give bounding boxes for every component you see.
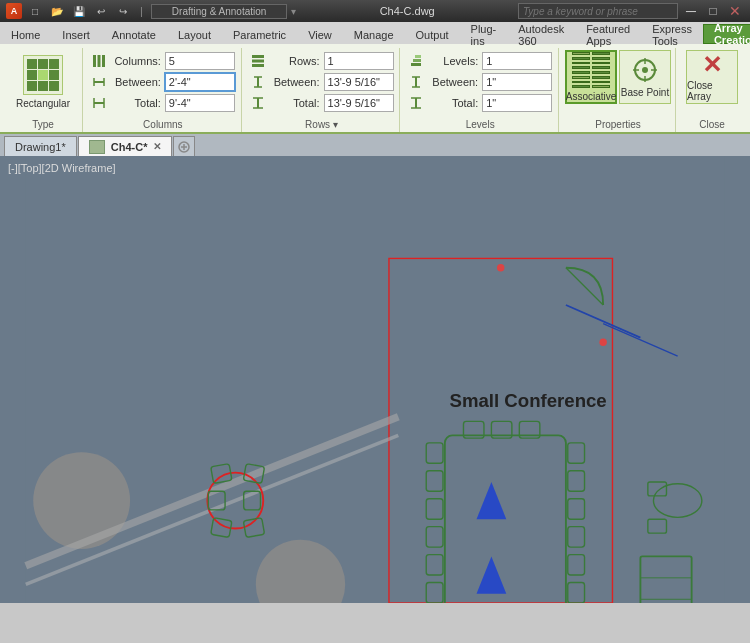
title-bar-title: Ch4-C.dwg <box>380 5 435 17</box>
tab-annotate[interactable]: Annotate <box>101 24 167 44</box>
levels-between-input[interactable] <box>482 73 552 91</box>
tab-output[interactable]: Output <box>405 24 460 44</box>
canvas-area: [-][Top][2D Wireframe] Small Conference <box>0 156 750 603</box>
rows-between-input[interactable] <box>324 73 394 91</box>
svg-rect-19 <box>413 59 421 62</box>
associative-button[interactable]: Associative <box>565 50 617 104</box>
tab-layout[interactable]: Layout <box>167 24 222 44</box>
svg-rect-11 <box>252 64 264 67</box>
title-bar: A □ 📂 💾 ↩ ↪ | Drafting & Annotation ▾ Ch… <box>0 0 750 22</box>
rows-total-row: Total: <box>250 94 394 112</box>
tab-ch4c-icon <box>89 140 105 154</box>
redo-button[interactable]: ↪ <box>114 3 132 19</box>
tab-parametric[interactable]: Parametric <box>222 24 297 44</box>
associative-icon <box>572 52 610 88</box>
levels-between-icon <box>408 74 424 90</box>
levels-icon <box>408 53 424 69</box>
rows-inputs: Rows: Between: <box>250 50 394 114</box>
close-group-label: Close <box>699 119 725 132</box>
search-input[interactable] <box>518 3 678 19</box>
open-button[interactable]: 📂 <box>48 3 66 19</box>
minimize-button[interactable]: ─ <box>682 3 700 19</box>
basepoint-column: Base Point <box>619 50 671 104</box>
canvas-view-label: [-][Top][2D Wireframe] <box>8 162 116 174</box>
tab-plugins[interactable]: Plug-ins <box>460 24 508 44</box>
tab-featuredapps[interactable]: Featured Apps <box>575 24 641 44</box>
close-array-label: Close Array <box>687 80 737 102</box>
levels-between-label: Between: <box>428 76 478 88</box>
columns-total-row: Total: <box>91 94 235 112</box>
tab-home[interactable]: Home <box>0 24 51 44</box>
close-array-button[interactable]: ✕ Close Array <box>686 50 738 104</box>
properties-group-label: Properties <box>595 119 641 132</box>
columns-group: Columns: Between: <box>85 48 242 132</box>
close-window-button[interactable]: ✕ <box>726 3 744 19</box>
levels-between-row: Between: <box>408 73 552 91</box>
ribbon-panel: Rectangular Type Columns: <box>0 44 750 134</box>
rectangular-button[interactable]: Rectangular <box>11 50 75 114</box>
levels-row: Levels: <box>408 52 552 70</box>
columns-between-row: Between: <box>91 73 235 91</box>
tab-ch4c-label: Ch4-C* <box>111 141 148 153</box>
columns-between-input[interactable] <box>165 73 235 91</box>
levels-total-row: Total: <box>408 94 552 112</box>
new-button[interactable]: □ <box>26 3 44 19</box>
rows-between-label: Between: <box>270 76 320 88</box>
columns-between-label: Between: <box>111 76 161 88</box>
tab-drawing1-label: Drawing1* <box>15 141 66 153</box>
columns-row: Columns: <box>91 52 235 70</box>
title-bar-left: A □ 📂 💾 ↩ ↪ | Drafting & Annotation ▾ <box>6 3 296 19</box>
ribbon-tabs: Home Insert Annotate Layout Parametric V… <box>0 22 750 44</box>
new-tab-icon <box>178 141 190 153</box>
levels-input[interactable] <box>482 52 552 70</box>
save-button[interactable]: 💾 <box>70 3 88 19</box>
tab-insert[interactable]: Insert <box>51 24 101 44</box>
tab-adsk360[interactable]: Autodesk 360 <box>507 24 575 44</box>
tab-expresstools[interactable]: Express Tools <box>641 24 703 44</box>
rectangular-icon <box>23 55 63 95</box>
columns-icon <box>91 53 107 69</box>
maximize-button[interactable]: □ <box>704 3 722 19</box>
columns-group-label: Columns <box>143 119 182 132</box>
svg-rect-18 <box>411 63 421 66</box>
svg-rect-10 <box>252 60 264 63</box>
rows-group: Rows: Between: <box>244 48 401 132</box>
rows-between-row: Between: <box>250 73 394 91</box>
levels-total-icon <box>408 95 424 111</box>
tab-manage[interactable]: Manage <box>343 24 405 44</box>
levels-inputs: Levels: Between: <box>408 50 552 114</box>
title-bar-right: ─ □ ✕ <box>518 3 744 19</box>
undo-button[interactable]: ↩ <box>92 3 110 19</box>
tab-ch4c[interactable]: Ch4-C* ✕ <box>78 136 173 156</box>
columns-total-icon <box>91 95 107 111</box>
drawing-canvas[interactable]: Small Conference <box>0 156 750 603</box>
app-icon: A <box>6 3 22 19</box>
rows-label: Rows: <box>270 55 320 67</box>
tab-drawing1[interactable]: Drawing1* <box>4 136 77 156</box>
svg-point-81 <box>497 264 504 271</box>
basepoint-icon <box>631 56 659 84</box>
levels-group: Levels: Between: <box>402 48 559 132</box>
rows-input[interactable] <box>324 52 394 70</box>
columns-input[interactable] <box>165 52 235 70</box>
basepoint-button[interactable]: Base Point <box>619 50 671 104</box>
tab-ch4c-close[interactable]: ✕ <box>153 141 161 152</box>
tab-arraycreation[interactable]: Array Creation <box>703 24 750 44</box>
properties-group: Associative Base Point Properties <box>561 48 676 132</box>
rows-icon <box>250 53 266 69</box>
levels-total-label: Total: <box>428 97 478 109</box>
columns-total-input[interactable] <box>165 94 235 112</box>
rows-total-icon <box>250 95 266 111</box>
svg-rect-2 <box>102 55 105 67</box>
svg-rect-1 <box>97 55 100 67</box>
rows-total-input[interactable] <box>324 94 394 112</box>
levels-total-input[interactable] <box>482 94 552 112</box>
type-group-label: Type <box>32 119 54 132</box>
levels-group-label: Levels <box>466 119 495 132</box>
close-group: ✕ Close Array Close <box>678 48 746 132</box>
tab-view[interactable]: View <box>297 24 343 44</box>
workspace-selector[interactable]: Drafting & Annotation <box>151 4 288 19</box>
rectangular-label: Rectangular <box>16 98 70 109</box>
new-tab-button[interactable] <box>173 136 195 156</box>
basepoint-label: Base Point <box>621 87 669 98</box>
